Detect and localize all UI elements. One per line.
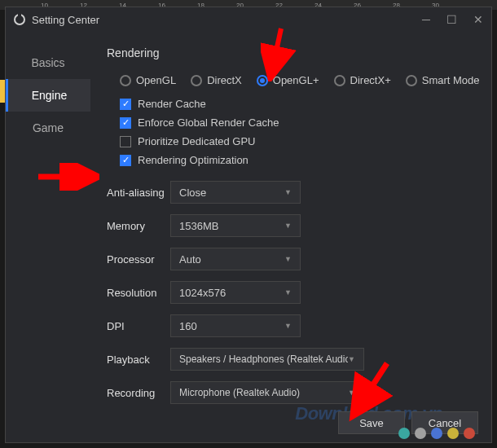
check-enforce-global[interactable]: ✓Enforce Global Render Cache: [120, 116, 475, 129]
row-antialiasing: Anti-aliasing Close▼: [107, 181, 475, 204]
maximize-button[interactable]: ☐: [446, 13, 457, 26]
radio-opengl[interactable]: OpenGL: [120, 74, 176, 86]
select-value: Close: [179, 187, 206, 199]
checkbox-icon: ✓: [120, 155, 131, 166]
select-dpi[interactable]: 160▼: [170, 314, 301, 337]
chevron-down-icon: ▼: [284, 255, 292, 263]
annotation-arrow: [34, 163, 99, 191]
label-memory: Memory: [107, 220, 170, 232]
select-playback[interactable]: Speakers / Headphones (Realtek Audio)▼: [170, 348, 364, 371]
select-resolution[interactable]: 1024x576▼: [170, 281, 301, 304]
select-value: Auto: [179, 253, 201, 266]
minimize-button[interactable]: ─: [422, 13, 430, 26]
select-value: 1536MB: [179, 220, 218, 232]
app-icon: [14, 14, 25, 25]
radio-icon: [120, 75, 131, 86]
chevron-down-icon: ▼: [284, 222, 292, 230]
sidebar-item-basics[interactable]: Basics: [6, 46, 90, 79]
row-resolution: Resolution 1024x576▼: [107, 281, 475, 304]
radio-label: DirectX+: [350, 74, 391, 86]
select-value: 1024x576: [179, 287, 226, 299]
content: Basics Engine Game Rendering OpenGL Dire…: [6, 32, 491, 442]
sidebar-item-engine[interactable]: Engine: [6, 79, 90, 112]
label-antialiasing: Anti-aliasing: [107, 187, 170, 199]
row-memory: Memory 1536MB▼: [107, 214, 475, 237]
check-prioritize-gpu[interactable]: Prioritize Dedicated GPU: [120, 135, 475, 147]
svg-line-5: [358, 363, 387, 407]
radio-icon: [406, 75, 417, 86]
select-processor[interactable]: Auto▼: [170, 248, 301, 270]
label-dpi: DPI: [107, 320, 170, 332]
window-controls: ─ ☐ ✕: [422, 13, 483, 26]
checkbox-icon: [120, 136, 131, 147]
radio-smartmode[interactable]: Smart Mode: [406, 74, 480, 86]
checkbox-label: Prioritize Dedicated GPU: [138, 135, 256, 147]
label-resolution: Resolution: [107, 287, 170, 299]
row-dpi: DPI 160▼: [107, 314, 475, 337]
titlebar: Setting Center ─ ☐ ✕: [6, 7, 491, 32]
select-value: Speakers / Headphones (Realtek Audio): [179, 354, 348, 365]
row-playback: Playback Speakers / Headphones (Realtek …: [107, 348, 475, 371]
row-processor: Processor Auto▼: [107, 248, 475, 270]
window-title: Setting Center: [32, 14, 99, 26]
settings-window: Setting Center ─ ☐ ✕ Basics Engine Game …: [5, 7, 492, 443]
checkbox-label: Rendering Optimization: [138, 154, 248, 166]
select-value: Microphone (Realtek Audio): [179, 387, 300, 398]
radio-directxplus[interactable]: DirectX+: [334, 74, 391, 86]
check-rendercache[interactable]: ✓Render Cache: [120, 98, 475, 110]
label-processor: Processor: [107, 253, 170, 266]
radio-label: Smart Mode: [422, 74, 480, 86]
checkbox-icon: ✓: [120, 117, 131, 129]
sidebar-item-game[interactable]: Game: [6, 112, 90, 144]
sidebar: Basics Engine Game: [6, 32, 90, 442]
label-playback: Playback: [107, 354, 170, 366]
chevron-down-icon: ▼: [284, 188, 292, 196]
select-antialiasing[interactable]: Close▼: [170, 181, 301, 204]
chevron-down-icon: ▼: [284, 288, 292, 296]
radio-directx[interactable]: DirectX: [191, 74, 242, 86]
radio-icon: [191, 75, 202, 86]
radio-label: OpenGL: [136, 74, 176, 86]
annotation-arrow: [342, 357, 399, 422]
select-memory[interactable]: 1536MB▼: [170, 214, 301, 237]
checkbox-label: Enforce Global Render Cache: [138, 116, 279, 129]
label-recording: Recording: [107, 387, 170, 399]
row-recording: Recording Microphone (Realtek Audio)▼: [107, 381, 475, 404]
radio-label: DirectX: [207, 74, 242, 86]
checkbox-icon: ✓: [120, 99, 131, 110]
radio-icon: [334, 75, 345, 86]
close-button[interactable]: ✕: [473, 13, 483, 26]
select-value: 160: [179, 320, 197, 332]
svg-line-1: [272, 29, 281, 70]
chevron-down-icon: ▼: [284, 322, 292, 330]
check-rendering-opt[interactable]: ✓Rendering Optimization: [120, 154, 475, 166]
main-panel: Rendering OpenGL DirectX OpenGL+ DirectX…: [90, 32, 491, 442]
color-dots: [398, 428, 475, 439]
checkbox-label: Render Cache: [138, 98, 206, 110]
select-recording[interactable]: Microphone (Realtek Audio)▼: [170, 381, 364, 404]
annotation-arrow: [261, 24, 301, 81]
